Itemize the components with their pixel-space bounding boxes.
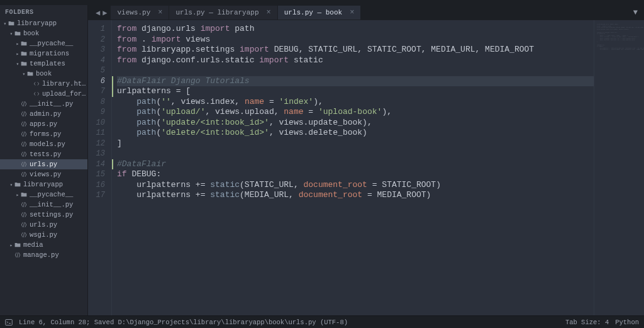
code-line[interactable]: urlpatterns += static(MEDIA_URL, documen…: [117, 190, 594, 201]
disclosure-triangle-icon[interactable]: [9, 182, 14, 188]
line-number[interactable]: 10: [88, 118, 105, 128]
close-icon[interactable]: ×: [158, 8, 162, 17]
tree-row--pycache-[interactable]: __pycache__: [0, 38, 87, 48]
tree-row-urls-py[interactable]: urls.py: [0, 220, 87, 230]
line-number[interactable]: 17: [88, 190, 105, 201]
tree-row-models-py[interactable]: models.py: [0, 139, 87, 149]
tree-row-urls-py[interactable]: urls.py: [0, 159, 87, 169]
code-line[interactable]: from django.urls import path: [117, 24, 594, 35]
code-line[interactable]: #DataFlair Django Tutorials: [117, 76, 594, 87]
code-line[interactable]: from django.conf.urls.static import stat…: [117, 55, 594, 66]
code-line[interactable]: ]: [117, 139, 594, 149]
line-number[interactable]: 5: [88, 65, 105, 76]
line-number[interactable]: 1: [88, 24, 105, 35]
tree-row--pycache-[interactable]: __pycache__: [0, 189, 87, 200]
tree-row--init-py[interactable]: __init__.py: [0, 99, 87, 109]
disclosure-triangle-icon[interactable]: [15, 61, 20, 67]
code-line[interactable]: path('update/<int:book_id>', views.updat…: [117, 118, 594, 128]
py-icon: [20, 161, 28, 167]
minimap[interactable]: from django.urls import path from . impo…: [594, 20, 644, 315]
tab-urls-py-book[interactable]: urls.py — book×: [278, 6, 361, 20]
line-number[interactable]: 7: [88, 86, 105, 97]
disclosure-triangle-icon[interactable]: [21, 71, 26, 77]
tab-bar: ◀ ▶ views.py×urls.py — libraryapp×urls.p…: [88, 5, 644, 20]
tree-row-manage-py[interactable]: manage.py: [0, 250, 87, 260]
code-line[interactable]: path('delete/<int:book_id>', views.delet…: [117, 128, 594, 139]
tree-row-libraryapp[interactable]: libraryapp: [0, 18, 87, 28]
tree-row-migrations[interactable]: migrations: [0, 48, 87, 59]
line-number[interactable]: 16: [88, 180, 105, 191]
code-line[interactable]: [117, 65, 594, 76]
tree-row-settings-py[interactable]: settings.py: [0, 210, 87, 220]
code-line[interactable]: if DEBUG:: [117, 169, 594, 180]
line-number[interactable]: 12: [88, 139, 105, 149]
line-number[interactable]: 9: [88, 107, 105, 118]
tabs-container: views.py×urls.py — libraryapp×urls.py — …: [111, 6, 361, 20]
line-number[interactable]: 8: [88, 97, 105, 108]
tree-row-templates[interactable]: templates: [0, 59, 87, 69]
tree-row-book[interactable]: book: [0, 69, 87, 79]
tree-label: book: [36, 70, 87, 77]
line-number[interactable]: 13: [88, 149, 105, 159]
code-line[interactable]: path('', views.index, name = 'index'),: [117, 97, 594, 108]
code-area[interactable]: from django.urls import pathfrom . impor…: [112, 20, 594, 315]
tree-row-library-html[interactable]: library.html: [0, 79, 87, 89]
tab-views-py[interactable]: views.py×: [111, 6, 169, 20]
code-line[interactable]: from libraryapp.settings import DEBUG, S…: [117, 45, 594, 55]
tree-row-media[interactable]: media: [0, 240, 87, 250]
line-number[interactable]: 4: [88, 55, 105, 66]
code-line[interactable]: path('upload/', views.upload, name = 'up…: [117, 107, 594, 118]
code-line[interactable]: urlpatterns += static(STATIC_URL, docume…: [117, 180, 594, 191]
disclosure-triangle-icon[interactable]: [15, 41, 20, 47]
tree-row-wsgi-py[interactable]: wsgi.py: [0, 230, 87, 240]
tree-row-upload-form-html[interactable]: upload_form.html: [0, 89, 87, 99]
line-number[interactable]: 3: [88, 45, 105, 55]
tab-urls-py-libraryapp[interactable]: urls.py — libraryapp×: [169, 6, 277, 20]
code-line[interactable]: urlpatterns = [: [117, 86, 594, 97]
tree-label: wsgi.py: [30, 231, 87, 239]
line-number[interactable]: 14: [88, 159, 105, 170]
status-bar: Line 6, Column 28; Saved D:\Django_Proje…: [0, 315, 644, 328]
close-icon[interactable]: ×: [267, 8, 271, 17]
code-line[interactable]: #DataFlair: [117, 159, 594, 170]
change-marker: [112, 76, 113, 87]
console-icon[interactable]: [5, 319, 13, 326]
file-tree[interactable]: libraryappbook__pycache__migrationstempl…: [0, 18, 87, 315]
folder-icon: [14, 242, 21, 248]
nav-forward-icon[interactable]: ▶: [103, 8, 107, 18]
line-number[interactable]: 15: [88, 169, 105, 180]
status-tabsize[interactable]: Tab Size: 4: [565, 319, 609, 326]
tree-label: libraryapp: [23, 181, 87, 188]
disclosure-triangle-icon[interactable]: [9, 31, 14, 37]
disclosure-triangle-icon[interactable]: [15, 51, 20, 57]
tree-row-libraryapp[interactable]: libraryapp: [0, 179, 87, 189]
py-icon: [20, 151, 28, 157]
line-number[interactable]: 2: [88, 35, 105, 45]
tabbar-menu-icon[interactable]: ▼: [627, 8, 644, 17]
disclosure-triangle-icon[interactable]: [9, 242, 14, 248]
tree-label: migrations: [30, 50, 87, 57]
tree-row-apps-py[interactable]: apps.py: [0, 119, 87, 129]
tree-row-views-py[interactable]: views.py: [0, 169, 87, 179]
line-gutter[interactable]: 1234567891011121314151617: [88, 20, 112, 315]
tree-label: book: [23, 30, 87, 37]
status-lang[interactable]: Python: [615, 319, 639, 326]
close-icon[interactable]: ×: [350, 8, 354, 17]
py-icon: [20, 212, 28, 218]
tree-row-forms-py[interactable]: forms.py: [0, 129, 87, 139]
tree-label: __init__.py: [30, 100, 87, 108]
code-line[interactable]: from . import views: [117, 35, 594, 45]
code-line[interactable]: [117, 149, 594, 159]
tree-row-tests-py[interactable]: tests.py: [0, 149, 87, 159]
line-number[interactable]: 11: [88, 128, 105, 139]
tree-row-book[interactable]: book: [0, 28, 87, 38]
tree-label: __pycache__: [30, 191, 87, 198]
disclosure-triangle-icon[interactable]: [15, 192, 20, 198]
disclosure-triangle-icon[interactable]: [3, 21, 8, 26]
nav-back-icon[interactable]: ◀: [96, 8, 100, 18]
svg-rect-0: [6, 319, 13, 325]
tree-row-admin-py[interactable]: admin.py: [0, 109, 87, 119]
line-number[interactable]: 6: [88, 76, 105, 87]
tree-row--init-py[interactable]: __init__.py: [0, 200, 87, 210]
editor-area: ◀ ▶ views.py×urls.py — libraryapp×urls.p…: [88, 5, 644, 315]
